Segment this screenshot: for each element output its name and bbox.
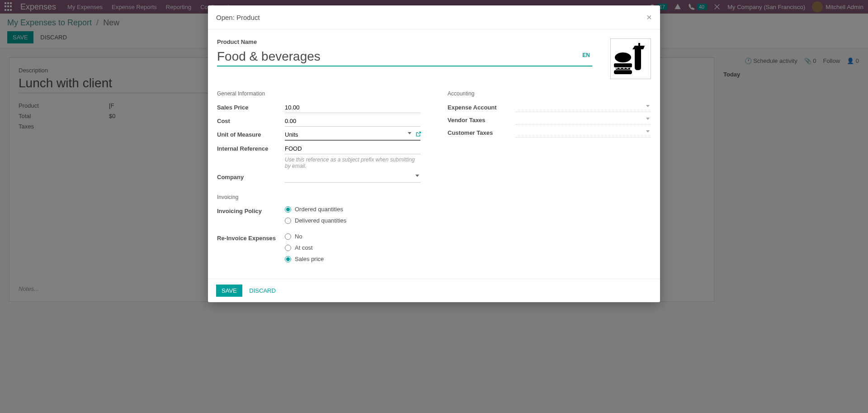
customer-taxes-label: Customer Taxes	[448, 128, 515, 136]
modal-footer: SAVE DISCARD	[208, 279, 660, 302]
reinvoice-sales-label[interactable]: Sales price	[295, 256, 324, 262]
reinvoice-no-label[interactable]: No	[295, 233, 302, 240]
invoicing-policy-ordered-label[interactable]: Ordered quantities	[295, 206, 343, 213]
general-info-heading: General Information	[217, 90, 420, 97]
modal-save-button[interactable]: SAVE	[216, 285, 242, 297]
cost-input[interactable]	[285, 116, 420, 127]
food-beverage-icon	[614, 43, 648, 75]
vendor-taxes-label: Vendor Taxes	[448, 115, 515, 123]
expense-account-select[interactable]	[515, 102, 651, 112]
reinvoice-atcost-label[interactable]: At cost	[295, 244, 313, 251]
internal-ref-help: Use this reference as a subject prefix w…	[285, 157, 420, 169]
reinvoice-sales-radio[interactable]	[285, 256, 291, 262]
company-label: Company	[217, 172, 285, 180]
product-name-label: Product Name	[217, 38, 592, 45]
product-name-input[interactable]	[217, 47, 592, 66]
product-modal: Open: Product × Product Name EN	[208, 5, 660, 302]
customer-taxes-select[interactable]	[515, 128, 651, 138]
chevron-down-icon	[415, 175, 419, 177]
invoicing-policy-delivered-label[interactable]: Delivered quantities	[295, 217, 346, 224]
modal-body: Product Name EN	[208, 29, 660, 279]
modal-title: Open: Product	[216, 14, 260, 21]
invoicing-policy-label: Invoicing Policy	[217, 206, 285, 214]
close-icon[interactable]: ×	[646, 12, 652, 23]
invoicing-policy-ordered-radio[interactable]	[285, 206, 291, 213]
product-image[interactable]	[610, 38, 651, 79]
svg-point-2	[615, 52, 631, 62]
chevron-down-icon	[646, 118, 650, 120]
accounting-heading: Accounting	[448, 90, 651, 97]
vendor-taxes-select[interactable]	[515, 115, 651, 125]
chevron-down-icon	[646, 105, 650, 107]
reinvoice-label: Re-Invoice Expenses	[217, 233, 285, 242]
cost-label: Cost	[217, 116, 285, 124]
sales-price-label: Sales Price	[217, 102, 285, 111]
internal-ref-label: Internal Reference	[217, 143, 285, 152]
internal-ref-input[interactable]	[285, 143, 420, 154]
language-badge[interactable]: EN	[582, 52, 590, 58]
expense-account-label: Expense Account	[448, 102, 515, 111]
invoicing-heading: Invoicing	[217, 194, 420, 200]
uom-label: Unit of Measure	[217, 129, 285, 138]
uom-select[interactable]	[285, 129, 420, 141]
sales-price-input[interactable]	[285, 102, 420, 113]
external-link-icon[interactable]	[415, 131, 421, 138]
modal-header: Open: Product ×	[208, 5, 660, 29]
svg-rect-3	[614, 63, 632, 67]
invoicing-policy-delivered-radio[interactable]	[285, 218, 291, 224]
svg-rect-1	[638, 43, 640, 47]
reinvoice-no-radio[interactable]	[285, 233, 291, 240]
reinvoice-atcost-radio[interactable]	[285, 245, 291, 251]
company-select[interactable]	[285, 172, 420, 183]
chevron-down-icon	[646, 130, 650, 133]
chevron-down-icon	[408, 132, 411, 134]
svg-rect-4	[614, 70, 632, 74]
modal-discard-button[interactable]: DISCARD	[244, 285, 281, 297]
